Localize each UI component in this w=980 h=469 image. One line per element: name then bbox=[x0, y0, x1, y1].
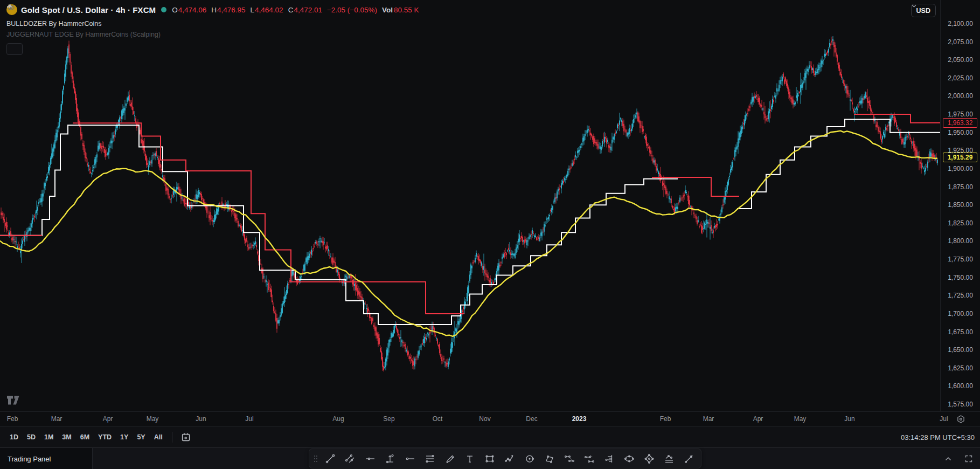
legend-collapse-button[interactable] bbox=[6, 43, 23, 55]
range-button-6m[interactable]: 6M bbox=[76, 431, 94, 443]
range-button-5y[interactable]: 5Y bbox=[133, 431, 149, 443]
high-value: 4,476.95 bbox=[217, 6, 246, 14]
axis-settings-gear-icon[interactable] bbox=[956, 414, 966, 424]
change-value: −2.05 (−0.05%) bbox=[327, 6, 377, 14]
price-axis-tick: 1,575.00 bbox=[941, 401, 980, 408]
tool-ellipse-pattern-icon[interactable] bbox=[619, 450, 639, 467]
price-axis-tick: 1,825.00 bbox=[941, 219, 980, 227]
price-axis-tick: 1,900.00 bbox=[941, 165, 980, 173]
chevron-down-icon bbox=[912, 4, 916, 8]
time-axis-label: Mar bbox=[703, 415, 714, 423]
indicator-legend-bulldozer[interactable]: BULLDOZER By HammerCoins bbox=[6, 20, 419, 27]
tool-zigzag-pattern-icon[interactable] bbox=[499, 450, 519, 467]
time-axis-label: Feb bbox=[7, 415, 18, 423]
price-axis-tick: 2,050.00 bbox=[941, 56, 980, 64]
time-axis-label: Jun bbox=[844, 415, 854, 423]
tool-price-range-icon[interactable] bbox=[380, 450, 400, 467]
time-axis-label: Sep bbox=[383, 415, 394, 423]
time-axis-label: Jun bbox=[196, 415, 206, 423]
range-button-ytd[interactable]: YTD bbox=[94, 431, 116, 443]
time-axis-label: Aug bbox=[332, 415, 344, 423]
chart-legend: Gold Spot / U.S. Dollar · 4h · FXCM O4,4… bbox=[6, 3, 419, 55]
tool-rectangle-icon[interactable] bbox=[479, 450, 499, 467]
session-clock[interactable]: 03:14:28 PM UTC+5:30 bbox=[901, 426, 975, 448]
range-button-1m[interactable]: 1M bbox=[40, 431, 58, 443]
time-axis-label: Dec bbox=[526, 415, 537, 423]
open-value: 4,474.06 bbox=[178, 6, 207, 14]
price-axis-tick: 1,800.00 bbox=[941, 237, 980, 245]
tool-fib-retracement-icon[interactable] bbox=[420, 450, 440, 467]
chart-plot-area[interactable]: Gold Spot / U.S. Dollar · 4h · FXCM O4,4… bbox=[0, 0, 940, 411]
bottom-toolbar: 1D5D1M3M6MYTD1Y5YAll 03:14:28 PM UTC+5:3… bbox=[0, 426, 980, 447]
red-line-price-label: 1,963.32 bbox=[943, 118, 977, 128]
tool-horizontal-line-icon[interactable] bbox=[360, 450, 380, 467]
candlestick-chart[interactable] bbox=[0, 0, 940, 411]
trading-panel-tab[interactable]: Trading Panel bbox=[0, 448, 93, 469]
indicator-legend-juggernaut[interactable]: JUGGERNAUT EDGE By HammerCoins (Scalping… bbox=[6, 31, 419, 38]
range-button-1d[interactable]: 1D bbox=[5, 431, 23, 443]
calendar-icon bbox=[180, 432, 191, 443]
range-button-all[interactable]: All bbox=[150, 431, 167, 443]
time-axis-label: Apr bbox=[753, 415, 763, 423]
time-axis-label: 2023 bbox=[572, 415, 587, 423]
time-axis[interactable]: FebMarAprMayJunJulAugSepOctNovDec2023Feb… bbox=[0, 411, 980, 426]
low-value: 4,464.02 bbox=[255, 6, 283, 14]
market-status-dot[interactable] bbox=[161, 7, 166, 12]
time-axis-label: Nov bbox=[479, 415, 490, 423]
tool-disjoint-channel-icon[interactable] bbox=[559, 450, 579, 467]
maximize-panel-icon[interactable] bbox=[962, 452, 976, 466]
time-axis-label: Oct bbox=[433, 415, 443, 423]
symbol-title[interactable]: Gold Spot / U.S. Dollar · 4h · FXCM bbox=[21, 5, 156, 15]
price-axis-tick: 2,100.00 bbox=[941, 20, 980, 27]
tool-brush-icon[interactable] bbox=[440, 450, 460, 467]
tool-text-icon[interactable] bbox=[460, 450, 479, 467]
time-axis-label: Mar bbox=[51, 415, 62, 423]
time-axis-label: May bbox=[794, 415, 807, 423]
price-axis-tick: 1,725.00 bbox=[941, 292, 980, 299]
tool-parallelogram-icon[interactable] bbox=[539, 450, 559, 467]
price-axis-tick: 1,700.00 bbox=[941, 310, 980, 318]
price-axis-tick: 2,000.00 bbox=[941, 92, 980, 100]
tool-trend-line-icon[interactable] bbox=[320, 450, 340, 467]
tool-volume-profile-icon[interactable] bbox=[599, 450, 619, 467]
price-axis-tick: 1,975.00 bbox=[941, 111, 980, 118]
tool-parallel-channel-icon[interactable] bbox=[340, 450, 360, 467]
tool-arrow-marker-icon[interactable] bbox=[679, 450, 699, 467]
time-axis-label: Apr bbox=[103, 415, 113, 423]
price-axis-tick: 1,625.00 bbox=[941, 364, 980, 372]
time-axis-label: Feb bbox=[660, 415, 671, 423]
time-axis-label: May bbox=[147, 415, 159, 423]
toolbar-divider bbox=[172, 432, 172, 443]
range-button-3m[interactable]: 3M bbox=[58, 431, 75, 443]
price-axis-tick: 1,675.00 bbox=[941, 328, 980, 336]
price-axis-tick: 1,850.00 bbox=[941, 201, 980, 209]
price-axis-tick: 1,750.00 bbox=[941, 274, 980, 281]
tool-circle-icon[interactable] bbox=[519, 450, 539, 467]
price-axis-tick: 1,925.00 bbox=[941, 147, 980, 154]
price-axis-tick: 2,025.00 bbox=[941, 74, 980, 82]
price-axis-tick: 1,650.00 bbox=[941, 346, 980, 354]
price-axis-tick: 1,875.00 bbox=[941, 183, 980, 191]
tradingview-chart-window: Gold Spot / U.S. Dollar · 4h · FXCM O4,4… bbox=[0, 0, 980, 469]
price-axis-tick: 1,950.00 bbox=[941, 129, 980, 136]
range-button-5d[interactable]: 5D bbox=[23, 431, 40, 443]
time-axis-label: Jul bbox=[245, 415, 253, 423]
price-axis-tick: 1,775.00 bbox=[941, 256, 980, 263]
range-button-1y[interactable]: 1Y bbox=[116, 431, 133, 443]
time-axis-label: Jul bbox=[940, 415, 948, 423]
volume-value: 80.55 K bbox=[394, 6, 419, 14]
go-to-date-button[interactable] bbox=[177, 431, 194, 444]
ohlc-values: O4,474.06 H4,476.95 L4,464.02 C4,472.01 … bbox=[172, 6, 419, 14]
tool-xabcd-pattern-icon[interactable] bbox=[639, 450, 659, 467]
tool-horizontal-ray-icon[interactable] bbox=[400, 450, 420, 467]
collapse-panel-chevron-up-icon[interactable] bbox=[941, 452, 955, 466]
price-axis-tick: 2,075.00 bbox=[941, 38, 980, 46]
tool-dotted-channel-icon[interactable] bbox=[579, 450, 599, 467]
tool-trend-lines-icon[interactable] bbox=[659, 450, 679, 467]
price-axis-tick: 1,600.00 bbox=[941, 382, 980, 390]
currency-dropdown[interactable]: USD bbox=[911, 4, 936, 17]
price-axis[interactable]: 1,963.32 1,915.29 2,100.002,075.002,050.… bbox=[940, 0, 980, 411]
close-value: 4,472.01 bbox=[294, 6, 322, 14]
bottom-dock: Trading Panel bbox=[0, 447, 980, 469]
toolbar-drag-handle[interactable] bbox=[311, 450, 320, 467]
